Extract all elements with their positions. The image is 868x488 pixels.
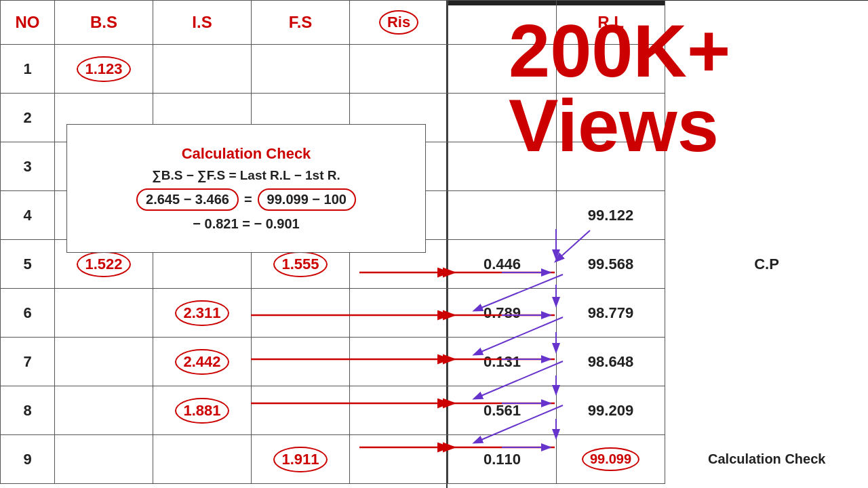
bs-value-1: 1.123: [77, 56, 130, 82]
right-row-9: 0.110 99.099 Calculation Check: [448, 435, 869, 484]
cell-is-9: [153, 435, 252, 484]
rise-6: 0.789: [448, 289, 557, 338]
right-row-6: 0.789 98.779: [448, 289, 869, 338]
rise-header-circled: Ris: [379, 10, 418, 35]
remark-5: C.P: [665, 240, 869, 289]
table-row: 6 2.311: [1, 289, 448, 338]
bs-value-5: 1.522: [77, 251, 130, 277]
remark-9: Calculation Check: [665, 435, 869, 484]
cell-no-2: 2: [1, 94, 55, 142]
cell-no-8: 8: [1, 386, 55, 435]
remark-6: [665, 289, 869, 338]
cell-rise-6: [350, 289, 448, 338]
remark-7: [665, 338, 869, 386]
header-rise: Ris: [350, 1, 448, 45]
rise-8: 0.561: [448, 386, 557, 435]
cell-bs-9: [55, 435, 153, 484]
cell-rise-7: [350, 338, 448, 386]
calc-values-row: 2.645 − 3.466 = 99.099 − 100: [136, 188, 356, 211]
rl-5: 99.568: [557, 240, 665, 289]
rise-5: 0.446: [448, 240, 557, 289]
remark-4: [665, 191, 869, 240]
header-fs: F.S: [252, 1, 350, 45]
rl-6: 98.779: [557, 289, 665, 338]
cell-is-7: 2.442: [153, 338, 252, 386]
cell-no-9: 9: [1, 435, 55, 484]
cell-rise-8: [350, 386, 448, 435]
table-row: 1 1.123: [1, 45, 448, 94]
header-is: I.S: [153, 1, 252, 45]
right-row-4: 99.122: [448, 191, 869, 240]
cell-bs-6: [55, 289, 153, 338]
cell-is-8: 1.881: [153, 386, 252, 435]
views-label: Views: [509, 88, 730, 163]
header-no: NO: [1, 1, 55, 45]
cell-fs-9: 1.911: [252, 435, 350, 484]
table-row: 7 2.442: [1, 338, 448, 386]
is-value-7: 2.442: [175, 349, 229, 375]
is-value-8: 1.881: [175, 398, 229, 424]
cell-rise-1: [350, 45, 448, 94]
calc-val1: 2.645 − 3.466: [136, 188, 239, 211]
cell-fs-7: [252, 338, 350, 386]
calc-val2: 99.099 − 100: [258, 188, 356, 211]
cell-is-1: [153, 45, 252, 94]
cell-is-6: 2.311: [153, 289, 252, 338]
cell-fs-1: [252, 45, 350, 94]
calc-title: Calculation Check: [182, 145, 311, 163]
cell-no-6: 6: [1, 289, 55, 338]
cell-rise-9: [350, 435, 448, 484]
right-row-8: 0.561 99.209: [448, 386, 869, 435]
cell-fs-6: [252, 289, 350, 338]
fs-value-9: 1.911: [273, 447, 327, 472]
cell-bs-7: [55, 338, 153, 386]
cell-bs-8: [55, 386, 153, 435]
rl-8: 99.209: [557, 386, 665, 435]
cell-bs-1: 1.123: [55, 45, 153, 94]
views-overlay: 200K+ Views: [509, 14, 730, 163]
cell-no-1: 1: [1, 45, 55, 94]
calc-result: − 0.821 = − 0.901: [193, 216, 299, 232]
rl-7: 98.648: [557, 338, 665, 386]
cell-fs-8: [252, 386, 350, 435]
cell-no-3: 3: [1, 142, 55, 191]
fs-value-5: 1.555: [273, 251, 327, 277]
rl-4: 99.122: [557, 191, 665, 240]
table-row: 9 1.911: [1, 435, 448, 484]
rise-4: [448, 191, 557, 240]
cell-no-5: 5: [1, 240, 55, 289]
calculation-check-box: Calculation Check ∑B.S − ∑F.S = Last R.L…: [66, 124, 426, 253]
remark-8: [665, 386, 869, 435]
rise-7: 0.131: [448, 338, 557, 386]
right-row-5: 0.446 99.568 C.P: [448, 240, 869, 289]
cell-no-4: 4: [1, 191, 55, 240]
right-row-7: 0.131 98.648: [448, 338, 869, 386]
is-value-6: 2.311: [175, 300, 229, 326]
views-count: 200K+: [509, 14, 730, 88]
rise-9: 0.110: [448, 435, 557, 484]
table-row: 8 1.881: [1, 386, 448, 435]
rl-9: 99.099: [557, 435, 665, 484]
header-bs: B.S: [55, 1, 153, 45]
cell-no-7: 7: [1, 338, 55, 386]
rl-value-9-circled: 99.099: [582, 447, 639, 471]
calc-equals: =: [244, 192, 252, 207]
calc-formula: ∑B.S − ∑F.S = Last R.L − 1st R.: [152, 168, 340, 183]
